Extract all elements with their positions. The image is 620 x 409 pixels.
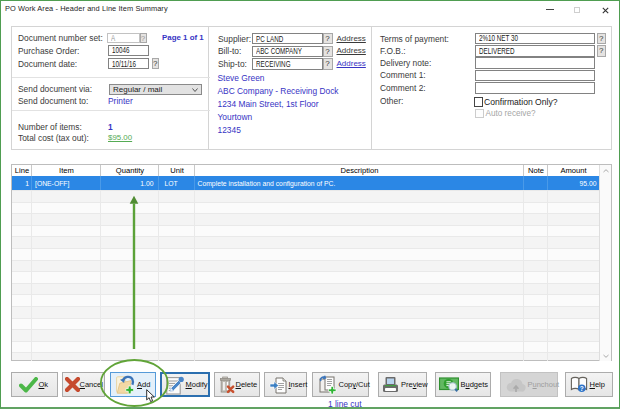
svg-text:?: ? [579, 385, 583, 392]
